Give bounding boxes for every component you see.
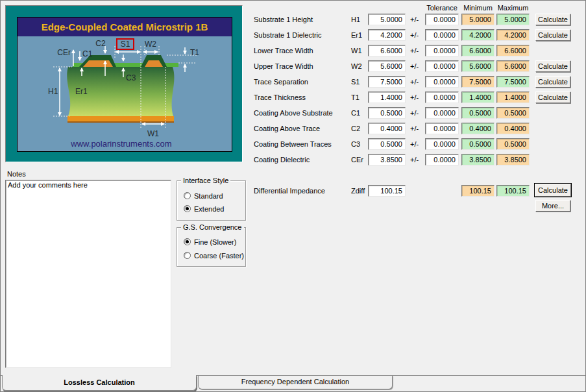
impedance-maximum-cell: 100.15	[496, 185, 530, 197]
parameter-row: Coating Between Traces C3 +/- 0.5000 0.5…	[1, 138, 586, 151]
parameter-value-input[interactable]	[368, 76, 406, 88]
minimum-value-cell: 1.4000	[461, 92, 494, 103]
radio-fine-label: Fine (Slower)	[194, 238, 236, 246]
maximum-value-cell: 0.5000	[496, 138, 530, 150]
notes-label: Notes	[7, 170, 26, 178]
minimum-value-cell: 3.8500	[461, 154, 494, 165]
radio-button-icon[interactable]	[184, 192, 191, 199]
parameter-row: Substrate 1 Height H1 +/- 5.0000 5.0000 …	[1, 14, 586, 27]
tolerance-input[interactable]	[425, 123, 459, 134]
minimum-value-cell: 5.6000	[461, 60, 494, 72]
parameter-symbol: H1	[351, 16, 368, 23]
plus-minus-label: +/-	[410, 78, 423, 86]
radio-button-icon[interactable]	[184, 238, 191, 245]
parameter-row: Lower Trace Width W1 +/- 6.6000 6.6000	[1, 45, 586, 58]
calculate-button[interactable]: Calculate	[535, 29, 570, 41]
parameter-symbol: T1	[351, 93, 368, 101]
tab-frequency-dependent-calculation[interactable]: Frequency Dependent Calculation	[198, 376, 393, 389]
radio-extended-label: Extended	[194, 205, 224, 213]
plus-minus-label: +/-	[410, 62, 423, 70]
parameter-value-input[interactable]	[368, 60, 406, 72]
parameter-symbol: W1	[351, 47, 368, 55]
tolerance-input[interactable]	[425, 29, 459, 41]
parameter-symbol: C1	[351, 109, 368, 117]
result-label: Differential Impedance	[254, 187, 351, 195]
notes-textarea[interactable]	[5, 180, 171, 368]
interface-style-legend: Interface Style	[181, 177, 230, 184]
tolerance-input[interactable]	[425, 138, 459, 150]
calculation-tab-strip: Lossless Calculation Frequency Dependent…	[1, 375, 586, 392]
maximum-column-header: Maximum	[496, 4, 530, 12]
parameter-symbol: W2	[351, 62, 368, 70]
interface-style-group: Interface Style Standard Extended	[177, 180, 246, 221]
parameter-label: Substrate 1 Dielectric	[254, 31, 351, 39]
parameter-row: Substrate 1 Dielectric Er1 +/- 4.2000 4.…	[1, 29, 586, 42]
gs-convergence-group: G.S. Convergence Fine (Slower) Coarse (F…	[177, 227, 246, 267]
gs-convergence-legend: G.S. Convergence	[181, 223, 244, 231]
radio-button-icon[interactable]	[184, 252, 191, 259]
parameter-row: Coating Above Trace C2 +/- 0.4000 0.4000	[1, 123, 586, 136]
impedance-value-input[interactable]	[368, 185, 406, 197]
parameter-label: Coating Above Trace	[254, 125, 351, 132]
plus-minus-label: +/-	[410, 31, 423, 39]
tolerance-input[interactable]	[425, 154, 459, 165]
radio-button-icon[interactable]	[184, 205, 191, 212]
plus-minus-label: +/-	[410, 140, 423, 148]
parameter-value-input[interactable]	[368, 14, 406, 25]
tolerance-input[interactable]	[425, 76, 459, 88]
tab-lossless-calculation[interactable]: Lossless Calculation	[2, 375, 197, 391]
parameter-label: Substrate 1 Height	[254, 16, 351, 23]
maximum-value-cell: 3.8500	[496, 154, 530, 165]
parameter-row: Trace Thickness T1 +/- 1.4000 1.4000 Cal…	[1, 92, 586, 104]
parameter-value-input[interactable]	[368, 107, 406, 119]
parameter-row: Coating Dielectric CEr +/- 3.8500 3.8500	[1, 154, 586, 167]
plus-minus-label: +/-	[410, 47, 423, 55]
parameter-label: Coating Above Substrate	[254, 109, 351, 117]
minimum-value-cell: 0.5000	[461, 138, 494, 150]
maximum-value-cell: 0.5000	[496, 107, 530, 119]
maximum-value-cell: 1.4000	[496, 92, 530, 103]
maximum-value-cell: 6.6000	[496, 45, 530, 56]
minimum-column-header: Minimum	[461, 4, 494, 12]
radio-coarse-label: Coarse (Faster)	[194, 252, 244, 260]
maximum-value-cell: 7.5000	[496, 76, 530, 88]
parameter-value-input[interactable]	[368, 138, 406, 150]
maximum-value-cell: 4.2000	[496, 29, 530, 41]
parameter-symbol: C3	[351, 140, 368, 148]
parameter-symbol: C2	[351, 125, 368, 132]
parameter-label: Lower Trace Width	[254, 47, 351, 55]
calculate-button[interactable]: Calculate	[535, 14, 570, 25]
parameter-value-input[interactable]	[368, 123, 406, 134]
calculate-button[interactable]: Calculate	[535, 76, 570, 88]
tolerance-input[interactable]	[425, 107, 459, 119]
tolerance-column-header: Tolerance	[425, 4, 459, 12]
more-button[interactable]: More...	[535, 200, 570, 212]
minimum-value-cell: 6.6000	[461, 45, 494, 56]
parameter-value-input[interactable]	[368, 29, 406, 41]
parameter-row: Coating Above Substrate C1 +/- 0.5000 0.…	[1, 107, 586, 120]
plus-minus-label: +/-	[410, 109, 423, 117]
maximum-value-cell: 5.0000	[496, 14, 530, 25]
maximum-value-cell: 5.6000	[496, 60, 530, 72]
calculate-impedance-button[interactable]: Calculate	[535, 184, 571, 197]
parameter-label: Trace Thickness	[254, 93, 351, 101]
calculate-button[interactable]: Calculate	[535, 92, 570, 103]
tolerance-input[interactable]	[425, 14, 459, 25]
parameter-label: Upper Trace Width	[254, 62, 351, 70]
plus-minus-label: +/-	[410, 125, 423, 132]
parameter-value-input[interactable]	[368, 154, 406, 165]
plus-minus-label: +/-	[410, 93, 423, 101]
parameter-value-input[interactable]	[368, 92, 406, 103]
calculate-button[interactable]: Calculate	[535, 60, 570, 72]
tolerance-input[interactable]	[425, 60, 459, 72]
microstrip-calculator-window: CEr C1 C2 S1 W2 T1 C3 H1 Er1 W1 Edge-Cou…	[0, 0, 586, 392]
parameter-label: Coating Between Traces	[254, 140, 351, 148]
minimum-value-cell: 7.5000	[461, 76, 494, 88]
plus-minus-label: +/-	[410, 156, 423, 164]
parameter-value-input[interactable]	[368, 45, 406, 56]
tolerance-input[interactable]	[425, 45, 459, 56]
minimum-value-cell: 5.0000	[461, 14, 494, 25]
parameter-symbol: Er1	[351, 31, 368, 39]
impedance-minimum-cell: 100.15	[461, 185, 494, 197]
tolerance-input[interactable]	[425, 92, 459, 103]
